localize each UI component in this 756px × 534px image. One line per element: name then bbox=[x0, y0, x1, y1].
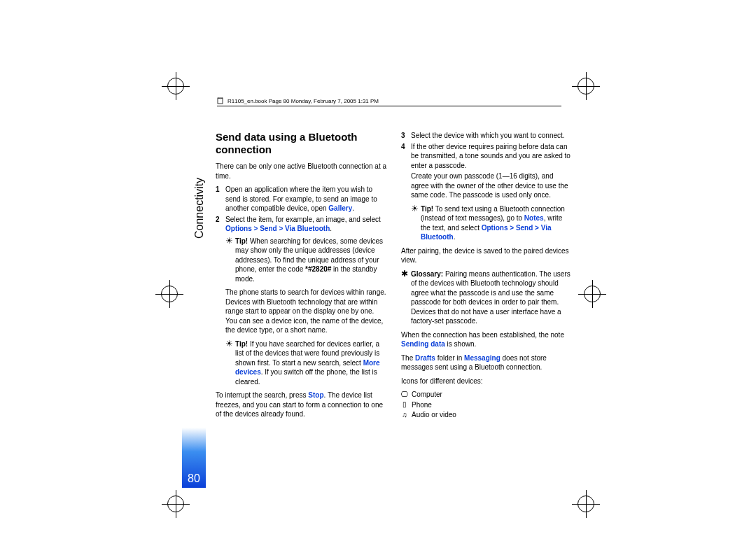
after-pairing: After pairing, the device is saved to th… bbox=[401, 246, 573, 265]
tip-icon: ☀ bbox=[411, 204, 421, 242]
icon-phone: ▯ Phone bbox=[401, 400, 573, 410]
intro-text: There can be only one active Bluetooth c… bbox=[216, 162, 387, 181]
messaging-link: Messaging bbox=[464, 354, 500, 362]
page-number: 80 bbox=[188, 472, 200, 485]
section-title: Send data using a Bluetooth connection bbox=[216, 131, 387, 156]
section-label: Connectivity bbox=[193, 178, 206, 239]
options-link: Options > Send > Via Bluetooth bbox=[225, 225, 330, 232]
glossary: ✱ Glossary: Pairing means authentication… bbox=[401, 269, 573, 326]
tip-icon: ☀ bbox=[225, 339, 235, 387]
step-number: 3 bbox=[401, 131, 411, 141]
step-text: Open an application where the item you w… bbox=[225, 185, 387, 213]
page-header: R1105_en.book Page 80 Monday, February 7… bbox=[217, 97, 561, 106]
tip-icon: ☀ bbox=[225, 237, 235, 284]
sending-data-text: Sending data bbox=[401, 340, 445, 348]
step-4b: Create your own passcode (1—16 digits), … bbox=[411, 171, 573, 200]
notes-link: Notes bbox=[524, 214, 544, 222]
sidebar: Connectivity 80 bbox=[182, 127, 206, 491]
tip-3: ☀ Tip! To send text using a Bluetooth co… bbox=[411, 204, 573, 242]
registration-mark-icon bbox=[578, 496, 594, 512]
drafts-note: The Drafts folder in Messaging does not … bbox=[401, 353, 573, 372]
registration-mark-icon bbox=[161, 286, 178, 302]
book-icon bbox=[217, 97, 224, 104]
search-paragraph: The phone starts to search for devices w… bbox=[225, 288, 387, 335]
icon-computer: 🖵 Computer bbox=[401, 390, 573, 400]
registration-mark-icon bbox=[584, 286, 601, 302]
step-number: 1 bbox=[216, 185, 225, 213]
step-text: Select the device with which you want to… bbox=[411, 131, 573, 141]
step-text: Select the item, for example, an image, … bbox=[225, 215, 387, 234]
audio-video-icon: ♫ bbox=[401, 412, 408, 419]
header-text: R1105_en.book Page 80 Monday, February 7… bbox=[227, 98, 379, 104]
page-frame: R1105_en.book Page 80 Monday, February 7… bbox=[182, 92, 582, 494]
stop-link: Stop bbox=[308, 391, 323, 399]
registration-mark-icon bbox=[167, 496, 184, 512]
computer-icon: 🖵 bbox=[401, 391, 408, 398]
connection-note: When the connection has been established… bbox=[401, 330, 573, 349]
tip-2: ☀ Tip! If you have searched for devices … bbox=[225, 339, 387, 387]
step-number: 4 bbox=[401, 142, 411, 171]
gallery-link: Gallery bbox=[328, 204, 352, 212]
page-number-badge: 80 bbox=[182, 428, 206, 488]
icon-audio-video: ♫ Audio or video bbox=[401, 410, 573, 420]
content: Send data using a Bluetooth connection T… bbox=[216, 131, 573, 422]
step-4: 4 If the other device requires pairing b… bbox=[401, 142, 573, 171]
step-1: 1 Open an application where the item you… bbox=[216, 185, 387, 213]
icons-title: Icons for different devices: bbox=[401, 377, 573, 386]
step-3: 3 Select the device with which you want … bbox=[401, 131, 573, 141]
stop-paragraph: To interrupt the search, press Stop. The… bbox=[216, 391, 387, 419]
glossary-icon: ✱ bbox=[401, 269, 411, 326]
step-2: 2 Select the item, for example, an image… bbox=[216, 215, 387, 234]
drafts-link: Drafts bbox=[415, 354, 435, 362]
phone-icon: ▯ bbox=[401, 401, 408, 408]
tip-1: ☀ Tip! When searching for devices, some … bbox=[225, 237, 387, 284]
step-number: 2 bbox=[216, 215, 225, 234]
step-text: If the other device requires pairing bef… bbox=[411, 142, 573, 171]
